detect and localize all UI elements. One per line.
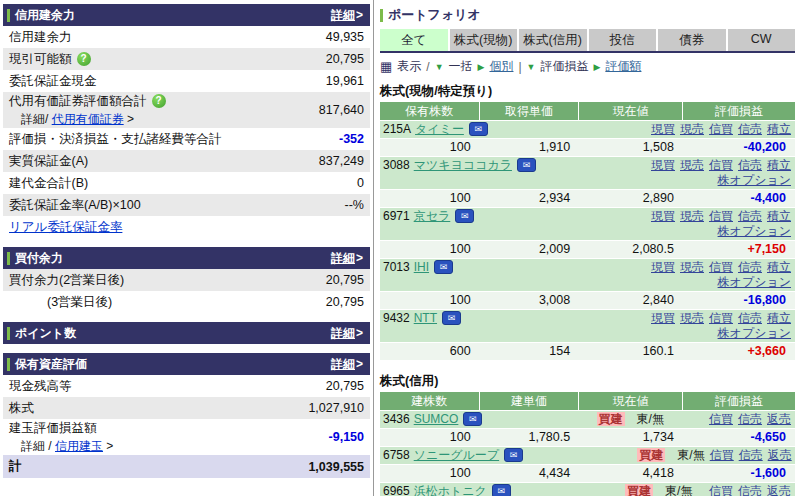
envelope-icon[interactable]: ✉: [442, 311, 461, 325]
stock-name-link[interactable]: NTT: [414, 311, 437, 325]
column-header: 建単価: [480, 392, 580, 410]
order-link-2[interactable]: 現売: [680, 158, 704, 172]
order-link-3[interactable]: 返売: [767, 412, 791, 426]
envelope-icon[interactable]: ✉: [517, 158, 536, 172]
help-icon[interactable]: ?: [152, 94, 166, 108]
stock-option-link[interactable]: 株オプション: [718, 224, 791, 238]
stock-option-link[interactable]: 株オプション: [718, 326, 791, 340]
row-sublink[interactable]: 信用建玉: [55, 439, 103, 453]
stock-identity: 3436SUMCO✉: [383, 412, 482, 427]
tab-2[interactable]: 株式(信用): [519, 29, 587, 51]
order-link-5[interactable]: 積立: [767, 311, 791, 325]
column-header: 現在値: [579, 392, 683, 410]
order-link-1[interactable]: 現買: [651, 260, 675, 274]
stock-name-link[interactable]: IHI: [414, 260, 429, 274]
tab-4[interactable]: 債券: [658, 29, 726, 51]
tab-3[interactable]: 投信: [589, 29, 657, 51]
row-label-group: 委託保証金現金: [9, 73, 97, 90]
column-header: 評価損益: [683, 102, 795, 120]
market-label: 東/無: [677, 448, 704, 462]
order-link-3[interactable]: 返売: [767, 484, 791, 496]
trading-app: 信用建余力詳細 >信用建余力49,935現引可能額?20,795委託保証金現金1…: [0, 0, 800, 496]
order-links-line1: 信買信売返売: [705, 448, 792, 462]
toolbar-mode-link[interactable]: 評価額: [605, 58, 641, 75]
order-link-2[interactable]: 信売: [738, 484, 762, 496]
balance-row: (3営業日後)20,795: [3, 291, 370, 313]
stock-name-row: 6758ソニーグループ✉買建東/無信買信売返売: [380, 447, 795, 464]
display-toolbar: ▦表示/▼一括▶個別|▼評価損益▶評価額: [380, 53, 795, 78]
tab-5[interactable]: CW: [728, 29, 796, 51]
order-link-3[interactable]: 信買: [709, 122, 733, 136]
order-link-4[interactable]: 信売: [738, 260, 762, 274]
order-link-5[interactable]: 積立: [767, 158, 791, 172]
order-link-2[interactable]: 現売: [680, 209, 704, 223]
stock-option-link[interactable]: 株オプション: [718, 275, 791, 289]
order-link-4[interactable]: 信売: [738, 209, 762, 223]
row-label: 建代金合計(B): [9, 175, 88, 192]
order-links-line1: 現買現売信買信売積立: [646, 209, 791, 223]
realtime-margin-ratio-link[interactable]: リアル委託保証金率: [9, 219, 122, 236]
order-link-1[interactable]: 現買: [651, 209, 675, 223]
envelope-icon[interactable]: ✉: [455, 209, 474, 223]
order-link-1[interactable]: 現買: [651, 311, 675, 325]
order-link-3[interactable]: 返売: [768, 448, 792, 462]
order-link-3[interactable]: 信買: [709, 311, 733, 325]
order-link-3[interactable]: 信買: [709, 260, 733, 274]
section-accent-bar: [7, 358, 10, 371]
row-sublink[interactable]: 代用有価証券: [52, 112, 124, 126]
envelope-icon[interactable]: ✉: [504, 448, 523, 462]
stock-name-link[interactable]: SUMCO: [414, 412, 459, 426]
detail-link[interactable]: 詳細 >: [331, 325, 363, 342]
tab-1[interactable]: 株式(現物): [450, 29, 518, 51]
stock-name-link[interactable]: ソニーグループ: [414, 448, 499, 462]
toolbar-mode-link[interactable]: 個別: [489, 58, 513, 75]
row-label-group: 建代金合計(B): [9, 175, 88, 192]
toolbar-selected-mode: 評価損益: [541, 58, 589, 75]
section-accent-bar: [7, 327, 10, 340]
balance-row: 建代金合計(B)0: [3, 172, 370, 194]
order-link-5[interactable]: 積立: [767, 260, 791, 274]
stock-name-link[interactable]: タイミー: [415, 122, 464, 136]
order-link-2[interactable]: 現売: [680, 122, 704, 136]
order-link-1[interactable]: 信買: [709, 484, 733, 496]
detail-link[interactable]: 詳細 >: [331, 7, 363, 24]
help-icon[interactable]: ?: [77, 52, 91, 66]
envelope-icon[interactable]: ✉: [463, 412, 482, 426]
row-label: 現引可能額: [9, 51, 72, 68]
detail-link[interactable]: 詳細 >: [331, 250, 363, 267]
envelope-icon[interactable]: ✉: [469, 122, 488, 136]
unit-price-value: 1,780.5: [480, 429, 580, 446]
order-link-3[interactable]: 信買: [709, 209, 733, 223]
row-label-group: 株式: [9, 400, 34, 417]
order-link-5[interactable]: 積立: [767, 209, 791, 223]
order-link-1[interactable]: 信買: [710, 448, 734, 462]
order-link-2[interactable]: 信売: [739, 448, 763, 462]
order-link-3[interactable]: 信買: [709, 158, 733, 172]
summary-section: 信用建余力詳細 >信用建余力49,935現引可能額?20,795委託保証金現金1…: [3, 4, 370, 238]
holdings-tables: 株式(現物/特定預り)保有株数取得単価現在値評価損益215Aタイミー✉現買現売信…: [380, 83, 795, 496]
order-link-4[interactable]: 信売: [738, 158, 762, 172]
stock-name-link[interactable]: 浜松ホトニク: [414, 484, 487, 496]
order-link-5[interactable]: 積立: [767, 122, 791, 136]
stock-option-link[interactable]: 株オプション: [718, 173, 791, 187]
order-link-2[interactable]: 信売: [738, 412, 762, 426]
current-price-value: 2,890: [579, 190, 683, 207]
order-link-2[interactable]: 現売: [680, 311, 704, 325]
summary-section: ポイント数詳細 >: [3, 322, 370, 344]
profit-loss-value: -16,800: [683, 292, 795, 309]
tab-all[interactable]: 全て: [380, 29, 448, 51]
balance-row: 現金残高等20,795: [3, 375, 370, 397]
market-label: 東/無: [665, 484, 692, 496]
stock-name-link[interactable]: マツキヨココカラ: [414, 158, 512, 172]
account-summary-panel: 信用建余力詳細 >信用建余力49,935現引可能額?20,795委託保証金現金1…: [0, 0, 373, 496]
order-link-1[interactable]: 現買: [651, 158, 675, 172]
detail-link[interactable]: 詳細 >: [331, 356, 363, 373]
order-link-2[interactable]: 現売: [680, 260, 704, 274]
envelope-icon[interactable]: ✉: [492, 484, 511, 496]
stock-name-link[interactable]: 京セラ: [414, 209, 451, 223]
order-link-4[interactable]: 信売: [738, 311, 762, 325]
order-link-4[interactable]: 信売: [738, 122, 762, 136]
order-link-1[interactable]: 信買: [709, 412, 733, 426]
envelope-icon[interactable]: ✉: [434, 260, 453, 274]
order-link-1[interactable]: 現買: [651, 122, 675, 136]
